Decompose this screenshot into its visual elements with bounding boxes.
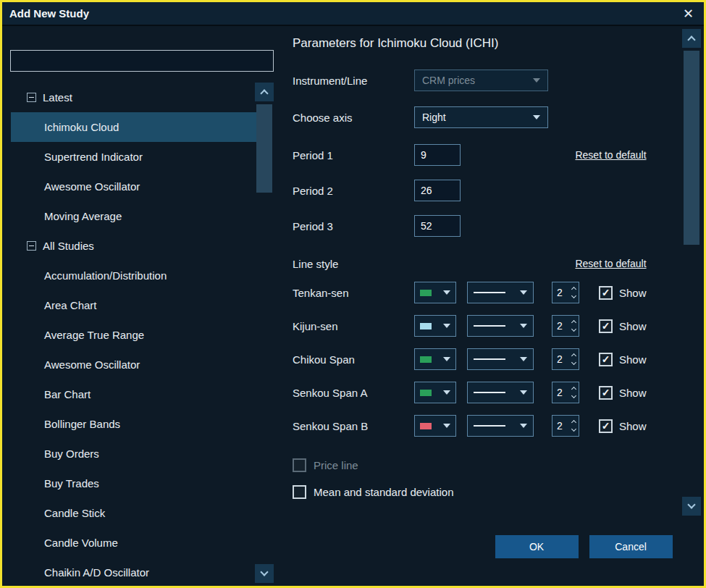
titlebar: Add New Study ✕ bbox=[2, 2, 704, 26]
reset-linestyle-link[interactable]: Reset to default bbox=[575, 258, 646, 269]
cancel-button[interactable]: Cancel bbox=[589, 535, 673, 558]
show-label: Show bbox=[619, 320, 647, 332]
study-search-input[interactable] bbox=[10, 50, 274, 72]
senkou-span-b-width-spinner[interactable]: 2 bbox=[552, 415, 579, 437]
spinner-down-icon[interactable] bbox=[571, 427, 576, 432]
study-list-scrollbar[interactable] bbox=[255, 83, 274, 583]
study-item-ichimoku-cloud[interactable]: Ichimoku Cloud bbox=[11, 112, 257, 142]
study-item-average-true-range[interactable]: Average True Range bbox=[11, 320, 257, 350]
chevron-down-icon bbox=[443, 290, 450, 295]
chevron-down-icon bbox=[443, 390, 450, 395]
spinner-up-icon[interactable] bbox=[571, 287, 576, 292]
chikou-span-show-checkbox[interactable]: ✓ Show bbox=[599, 353, 647, 366]
tenkan-sen-style-select[interactable] bbox=[467, 282, 534, 303]
study-item-bar-chart[interactable]: Bar Chart bbox=[11, 379, 257, 409]
scroll-up-button[interactable] bbox=[255, 83, 274, 101]
instrument-value: CRM prices bbox=[422, 75, 475, 86]
tree-group-all-studies[interactable]: All Studies bbox=[11, 231, 257, 261]
chevron-down-icon bbox=[533, 78, 540, 83]
study-item-chaikin-ad-oscillator[interactable]: Chaikin A/D Oscillator bbox=[11, 558, 257, 586]
scrollbar-thumb[interactable] bbox=[256, 104, 272, 193]
chevron-down-icon bbox=[443, 357, 450, 361]
scrollbar-thumb[interactable] bbox=[684, 51, 699, 245]
collapse-icon[interactable] bbox=[27, 93, 36, 102]
senkou-span-a-show-checkbox[interactable]: ✓ Show bbox=[599, 386, 647, 400]
scroll-down-button[interactable] bbox=[255, 564, 274, 583]
senkou-span-a-width-spinner[interactable]: 2 bbox=[552, 382, 579, 403]
add-new-study-dialog: Add New Study ✕ Latest Ichimoku Cloud Su… bbox=[0, 0, 706, 588]
kijun-sen-color-select[interactable] bbox=[414, 315, 456, 337]
spinner-down-icon[interactable] bbox=[571, 360, 576, 365]
solid-line-icon bbox=[474, 425, 505, 427]
spinner-up-icon[interactable] bbox=[571, 353, 576, 358]
period-2-label: Period 2 bbox=[293, 185, 414, 197]
chevron-down-icon bbox=[687, 500, 695, 508]
chikou-span-style-select[interactable] bbox=[467, 348, 534, 370]
ok-button[interactable]: OK bbox=[495, 535, 579, 558]
spinner-up-icon[interactable] bbox=[571, 320, 576, 325]
senkou-span-b-color-select[interactable] bbox=[414, 415, 456, 437]
chikou-span-color-select[interactable] bbox=[414, 348, 456, 370]
spinner-down-icon[interactable] bbox=[571, 293, 576, 298]
reset-periods-link[interactable]: Reset to default bbox=[575, 149, 646, 161]
study-item-supertrend-indicator[interactable]: Supertrend Indicator bbox=[11, 142, 257, 172]
chikou-span-width-spinner[interactable]: 2 bbox=[552, 348, 579, 370]
period-1-input[interactable] bbox=[414, 144, 461, 166]
period-1-row: Period 1 Reset to default bbox=[293, 144, 647, 166]
study-item-candle-stick[interactable]: Candle Stick bbox=[11, 498, 257, 528]
study-item-bollinger-bands[interactable]: Bollinger Bands bbox=[11, 409, 257, 439]
tenkan-sen-color-select[interactable] bbox=[414, 282, 456, 303]
senkou-span-b-style-select[interactable] bbox=[467, 415, 534, 437]
study-item-awesome-oscillator[interactable]: Awesome Oscillator bbox=[11, 350, 257, 379]
study-item-moving-average[interactable]: Moving Average bbox=[11, 201, 257, 231]
study-item-buy-trades[interactable]: Buy Trades bbox=[11, 469, 257, 498]
axis-select[interactable]: Right bbox=[414, 106, 548, 128]
study-item-label: Area Chart bbox=[44, 299, 97, 311]
study-item-candle-volume[interactable]: Candle Volume bbox=[11, 528, 257, 558]
scroll-up-button[interactable] bbox=[682, 29, 701, 48]
spinner-up-icon[interactable] bbox=[571, 387, 576, 392]
checkbox-checked-icon: ✓ bbox=[599, 419, 613, 433]
collapse-icon[interactable] bbox=[27, 241, 36, 251]
study-item-area-chart[interactable]: Area Chart bbox=[11, 290, 257, 320]
width-value: 2 bbox=[557, 287, 563, 298]
chevron-down-icon bbox=[520, 424, 527, 428]
dialog-body: Latest Ichimoku Cloud Supertrend Indicat… bbox=[2, 26, 704, 586]
study-item-label: Candle Volume bbox=[44, 537, 118, 549]
parameters-scrollbar[interactable] bbox=[682, 29, 701, 516]
line-label: Senkou Span A bbox=[293, 387, 414, 399]
spinner-down-icon[interactable] bbox=[571, 393, 576, 398]
study-item-label: Moving Average bbox=[44, 210, 122, 222]
tree-group-latest[interactable]: Latest bbox=[11, 83, 257, 112]
close-icon[interactable]: ✕ bbox=[683, 7, 694, 20]
show-label: Show bbox=[619, 420, 647, 432]
senkou-span-b-show-checkbox[interactable]: ✓ Show bbox=[599, 419, 647, 433]
kijun-sen-show-checkbox[interactable]: ✓ Show bbox=[599, 319, 647, 333]
senkou-span-a-style-select[interactable] bbox=[467, 382, 534, 403]
spinner-down-icon[interactable] bbox=[571, 327, 576, 332]
kijun-sen-width-spinner[interactable]: 2 bbox=[552, 315, 579, 337]
senkou-span-a-color-select[interactable] bbox=[414, 382, 456, 403]
tenkan-sen-width-spinner[interactable]: 2 bbox=[552, 282, 579, 303]
solid-line-icon bbox=[474, 292, 505, 293]
mean-std-checkbox[interactable] bbox=[293, 485, 306, 499]
period-3-input[interactable] bbox=[414, 215, 461, 237]
study-item-label: Bar Chart bbox=[44, 388, 91, 400]
study-item-label: Awesome Oscillator bbox=[44, 358, 140, 371]
period-2-input[interactable] bbox=[414, 180, 461, 201]
line-style-header-row: Line style Reset to default bbox=[293, 256, 647, 272]
checkbox-checked-icon: ✓ bbox=[599, 286, 613, 300]
dialog-buttons: OK Cancel bbox=[495, 535, 673, 558]
instrument-select[interactable]: CRM prices bbox=[414, 70, 548, 91]
params-title: Parameters for Ichimoku Cloud (ICHI) bbox=[293, 36, 647, 52]
study-list-panel: Latest Ichimoku Cloud Supertrend Indicat… bbox=[2, 26, 281, 586]
study-item-awesome-oscillator-latest[interactable]: Awesome Oscillator bbox=[11, 172, 257, 201]
spinner-up-icon[interactable] bbox=[571, 420, 576, 425]
study-item-label: Candle Stick bbox=[44, 507, 105, 519]
kijun-sen-style-select[interactable] bbox=[467, 315, 534, 337]
study-item-buy-orders[interactable]: Buy Orders bbox=[11, 439, 257, 469]
study-item-accumulation-distribution[interactable]: Accumulation/Distribution bbox=[11, 261, 257, 290]
chevron-down-icon bbox=[260, 568, 268, 576]
scroll-down-button[interactable] bbox=[682, 497, 701, 516]
tenkan-sen-show-checkbox[interactable]: ✓ Show bbox=[599, 286, 647, 300]
